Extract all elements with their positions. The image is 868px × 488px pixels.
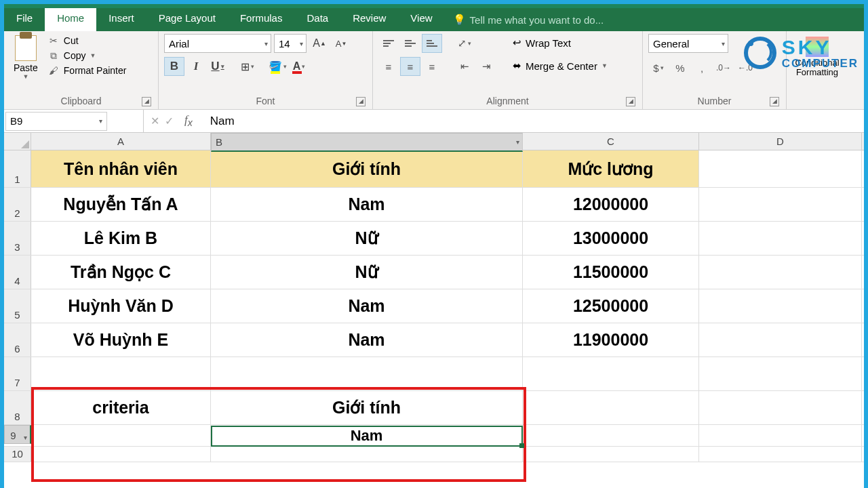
cell[interactable]: Tên nhân viên: [31, 150, 211, 187]
cell[interactable]: [699, 188, 862, 221]
name-box[interactable]: B9: [5, 112, 107, 131]
cell[interactable]: [699, 222, 862, 255]
cell[interactable]: 11900000: [523, 323, 699, 357]
cell[interactable]: [699, 150, 862, 187]
wrap-text-button[interactable]: ↩Wrap Text: [509, 34, 612, 52]
row-header[interactable]: 8: [4, 391, 31, 424]
align-top-button[interactable]: [378, 34, 399, 53]
cell[interactable]: 11500000: [523, 256, 699, 289]
cell[interactable]: [523, 357, 699, 390]
tab-view[interactable]: View: [398, 8, 444, 31]
col-header-b[interactable]: B: [211, 133, 523, 152]
paste-button[interactable]: Paste▼: [9, 34, 42, 81]
align-center-button[interactable]: ≡: [400, 57, 420, 76]
cell[interactable]: Nữ: [211, 222, 523, 255]
cell[interactable]: [699, 425, 862, 446]
tab-home[interactable]: Home: [45, 8, 96, 31]
clipboard-launcher[interactable]: ◢: [142, 97, 151, 106]
bold-button[interactable]: B: [164, 57, 184, 76]
cell[interactable]: 12000000: [523, 188, 699, 221]
cell[interactable]: Võ Huỳnh E: [31, 323, 211, 357]
cancel-formula-button[interactable]: ✕: [151, 115, 159, 127]
cell[interactable]: [699, 391, 862, 424]
col-header-d[interactable]: D: [699, 133, 862, 150]
row-header[interactable]: 7: [4, 357, 31, 390]
row-header[interactable]: 9: [4, 425, 31, 444]
row-header[interactable]: 1: [4, 150, 31, 187]
cell[interactable]: Giới tính: [211, 391, 523, 424]
cell[interactable]: Giới tính: [211, 150, 523, 187]
cell[interactable]: Lê Kim B: [31, 222, 211, 255]
tell-me[interactable]: 💡Tell me what you want to do...: [445, 8, 864, 31]
cell[interactable]: [699, 323, 862, 357]
col-header-c[interactable]: C: [523, 133, 699, 150]
cell[interactable]: [31, 447, 211, 462]
cell[interactable]: [211, 447, 523, 462]
increase-font-button[interactable]: A▲: [309, 34, 330, 53]
align-right-button[interactable]: ≡: [422, 57, 442, 76]
row-header[interactable]: 2: [4, 188, 31, 221]
underline-button[interactable]: U: [208, 57, 228, 76]
increase-decimal-button[interactable]: .0→: [713, 58, 734, 77]
tab-page-layout[interactable]: Page Layout: [146, 8, 228, 31]
decrease-indent-button[interactable]: ⇤: [454, 57, 475, 76]
cell[interactable]: 12500000: [523, 289, 699, 323]
select-all-corner[interactable]: [4, 133, 31, 150]
fx-icon[interactable]: fx: [179, 113, 198, 128]
row-header[interactable]: 10: [4, 447, 31, 462]
cell[interactable]: [699, 289, 862, 323]
cell[interactable]: [211, 357, 523, 390]
cell[interactable]: Nam: [211, 323, 523, 357]
row-header[interactable]: 5: [4, 289, 31, 323]
tab-formulas[interactable]: Formulas: [228, 8, 295, 31]
align-middle-button[interactable]: [400, 34, 420, 53]
merge-center-button[interactable]: ⬌Merge & Center ▼: [509, 57, 612, 75]
row-header[interactable]: 6: [4, 323, 31, 357]
cell[interactable]: 13000000: [523, 222, 699, 255]
cell[interactable]: Nữ: [211, 256, 523, 289]
decrease-font-button[interactable]: A▼: [331, 34, 351, 53]
font-size-select[interactable]: 14: [274, 34, 307, 53]
cut-button[interactable]: ✂Cut: [45, 34, 130, 47]
enter-formula-button[interactable]: ✓: [165, 115, 174, 127]
italic-button[interactable]: I: [186, 57, 206, 76]
cell[interactable]: Nam: [211, 188, 523, 221]
tab-review[interactable]: Review: [340, 8, 398, 31]
orientation-button[interactable]: ⤢: [454, 34, 475, 53]
align-bottom-button[interactable]: [422, 34, 442, 53]
fill-color-button[interactable]: 🪣: [267, 57, 288, 76]
tab-file[interactable]: File: [4, 8, 45, 31]
align-left-button[interactable]: ≡: [378, 57, 399, 76]
copy-button[interactable]: ⧉Copy ▼: [45, 49, 130, 62]
font-color-button[interactable]: A: [289, 57, 309, 76]
format-painter-button[interactable]: 🖌Format Painter: [45, 64, 130, 77]
cell[interactable]: [523, 425, 699, 446]
cell[interactable]: [699, 357, 862, 390]
col-header-a[interactable]: A: [31, 133, 211, 150]
row-header[interactable]: 3: [4, 222, 31, 255]
cell[interactable]: Nam: [211, 289, 523, 323]
number-format-select[interactable]: General: [648, 34, 728, 53]
font-family-select[interactable]: Arial: [164, 34, 271, 53]
cell[interactable]: Huỳnh Văn D: [31, 289, 211, 323]
tab-data[interactable]: Data: [294, 8, 340, 31]
formula-bar[interactable]: Nam: [205, 115, 240, 128]
cell[interactable]: criteria: [31, 391, 211, 424]
border-button[interactable]: ⊞: [237, 57, 258, 76]
tab-insert[interactable]: Insert: [96, 8, 146, 31]
cell[interactable]: Mức lương: [523, 150, 699, 187]
increase-indent-button[interactable]: ⇥: [476, 57, 496, 76]
cell[interactable]: [523, 391, 699, 424]
cell[interactable]: Trần Ngọc C: [31, 256, 211, 289]
font-launcher[interactable]: ◢: [356, 97, 366, 106]
cell[interactable]: [31, 425, 211, 446]
alignment-launcher[interactable]: ◢: [626, 97, 635, 106]
comma-button[interactable]: ,: [692, 58, 712, 77]
cell[interactable]: [699, 447, 862, 462]
cell[interactable]: [699, 256, 862, 289]
percent-button[interactable]: %: [670, 58, 690, 77]
accounting-button[interactable]: $: [648, 58, 669, 77]
cell[interactable]: [31, 357, 211, 390]
number-launcher[interactable]: ◢: [770, 97, 779, 106]
cell[interactable]: Nam: [211, 425, 523, 446]
